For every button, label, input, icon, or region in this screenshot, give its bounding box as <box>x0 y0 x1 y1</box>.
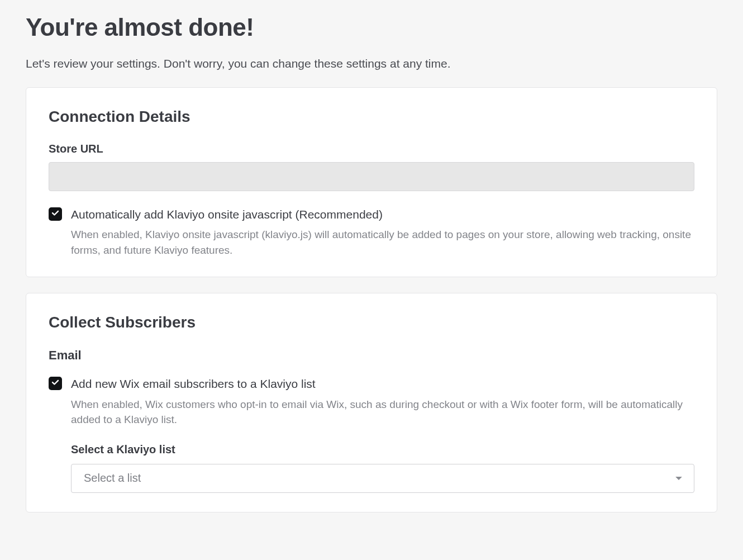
add-wix-label: Add new Wix email subscribers to a Klavi… <box>71 376 694 392</box>
collect-subscribers-card: Collect Subscribers Email Add new Wix em… <box>26 293 717 512</box>
klaviyo-list-select[interactable]: Select a list <box>71 464 694 493</box>
page-subtitle: Let's review your settings. Don't worry,… <box>26 57 717 70</box>
auto-js-checkbox-row: Automatically add Klaviyo onsite javascr… <box>49 207 694 258</box>
connection-details-heading: Connection Details <box>49 108 694 126</box>
store-url-input[interactable] <box>49 162 694 191</box>
email-subheading: Email <box>49 348 694 363</box>
page-title: You're almost done! <box>26 13 717 41</box>
store-url-label: Store URL <box>49 143 694 155</box>
add-wix-checkbox[interactable] <box>49 377 62 390</box>
caret-down-icon <box>675 474 683 482</box>
auto-js-label: Automatically add Klaviyo onsite javascr… <box>71 207 694 222</box>
klaviyo-list-select-block: Select a Klaviyo list Select a list <box>71 443 694 493</box>
check-icon <box>51 208 60 220</box>
klaviyo-list-select-value: Select a list <box>84 472 141 485</box>
add-wix-checkbox-row: Add new Wix email subscribers to a Klavi… <box>49 376 694 492</box>
check-icon <box>51 378 60 389</box>
auto-js-description: When enabled, Klaviyo onsite javascript … <box>71 227 694 258</box>
add-wix-description: When enabled, Wix customers who opt-in t… <box>71 397 694 428</box>
klaviyo-list-select-label: Select a Klaviyo list <box>71 443 694 456</box>
auto-js-checkbox[interactable] <box>49 207 62 221</box>
connection-details-card: Connection Details Store URL Automatical… <box>26 87 717 277</box>
collect-subscribers-heading: Collect Subscribers <box>49 314 694 331</box>
store-url-field: Store URL <box>49 143 694 207</box>
